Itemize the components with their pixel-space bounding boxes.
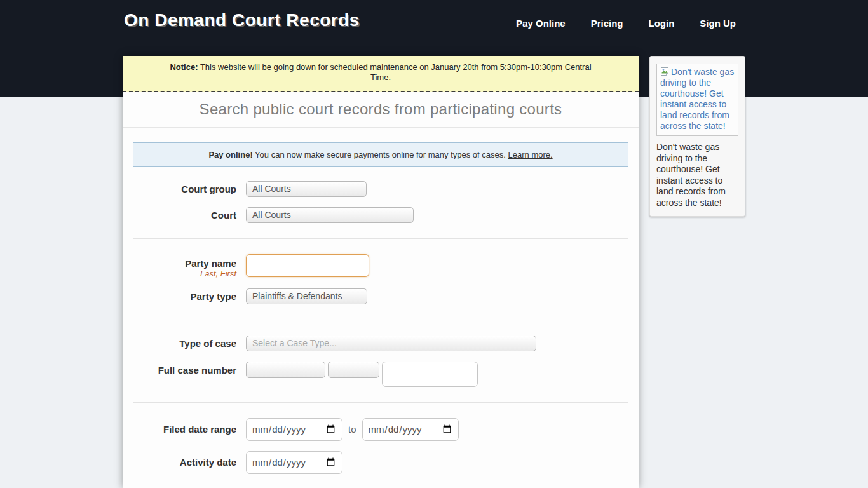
case-type-row: Type of case Select a Case Type... — [123, 336, 639, 351]
case-number-row: Full case number — [123, 362, 639, 387]
case-type-label: Type of case — [123, 338, 236, 349]
notice-body: This website will be going down for sche… — [198, 62, 592, 82]
ad-broken-image[interactable]: Don't waste gas driving to the courthous… — [656, 64, 738, 136]
court-select[interactable]: All Courts — [246, 207, 414, 223]
party-type-row: Party type Plaintiffs & Defendants — [123, 288, 639, 304]
activity-date-input[interactable] — [246, 451, 342, 474]
party-name-hint: Last, First — [123, 269, 236, 278]
party-type-label: Party type — [123, 291, 236, 302]
separator — [133, 320, 628, 320]
court-group-label: Court group — [123, 184, 236, 194]
page-title: Search public court records from partici… — [123, 92, 639, 128]
case-number-part1-input[interactable] — [246, 362, 325, 378]
case-type-select[interactable]: Select a Case Type... — [246, 336, 536, 351]
filed-date-from-input[interactable] — [246, 418, 342, 441]
case-number-label: Full case number — [123, 362, 236, 376]
court-group-select[interactable]: All Courts — [246, 181, 367, 197]
court-group-row: Court group All Courts — [123, 181, 639, 197]
nav-sign-up[interactable]: Sign Up — [700, 18, 736, 29]
ad-caption: Don't waste gas driving to the courthous… — [656, 142, 738, 208]
party-name-label-block: Party name Last, First — [123, 254, 236, 278]
learn-more-link[interactable]: Learn more. — [508, 150, 553, 159]
site-title: On Demand Court Records — [124, 10, 360, 30]
court-label: Court — [123, 210, 236, 220]
filed-date-range-label: Filed date range — [123, 424, 236, 435]
court-row: Court All Courts — [123, 207, 639, 223]
party-name-label: Party name — [123, 258, 236, 269]
activity-date-row: Activity date — [123, 451, 639, 474]
case-number-part2-input[interactable] — [328, 362, 379, 378]
pay-banner-bold: Pay online! — [208, 150, 252, 159]
maintenance-notice-text: Notice: This website will be going down … — [165, 62, 597, 83]
filed-date-to-input[interactable] — [362, 418, 459, 441]
main-content-panel: Notice: This website will be going down … — [123, 56, 639, 488]
separator — [133, 238, 628, 239]
maintenance-notice-banner: Notice: This website will be going down … — [123, 56, 639, 92]
nav-pricing[interactable]: Pricing — [591, 18, 623, 29]
land-records-ad-card[interactable]: Don't waste gas driving to the courthous… — [649, 56, 745, 217]
party-name-row: Party name Last, First — [123, 254, 639, 278]
pay-banner-text: You can now make secure payments online … — [253, 150, 508, 159]
activity-date-label: Activity date — [123, 457, 236, 468]
ad-image-alt-text: Don't waste gas driving to the courthous… — [660, 67, 734, 131]
party-type-select[interactable]: Plaintiffs & Defendants — [246, 288, 367, 304]
notice-label: Notice: — [170, 62, 198, 72]
separator — [133, 402, 628, 403]
pay-online-banner: Pay online! You can now make secure paym… — [133, 142, 628, 167]
case-number-part3-input[interactable] — [382, 362, 478, 387]
nav-pay-online[interactable]: Pay Online — [516, 18, 566, 29]
court-records-search-form: Court group All Courts Court All Courts … — [123, 167, 639, 474]
filed-date-range-row: Filed date range to — [123, 418, 639, 441]
broken-image-icon — [660, 67, 670, 76]
nav-login[interactable]: Login — [649, 18, 675, 29]
top-nav: Pay Online Pricing Login Sign Up — [516, 18, 736, 29]
filed-date-to-text: to — [348, 424, 356, 435]
party-name-input[interactable] — [246, 254, 369, 277]
